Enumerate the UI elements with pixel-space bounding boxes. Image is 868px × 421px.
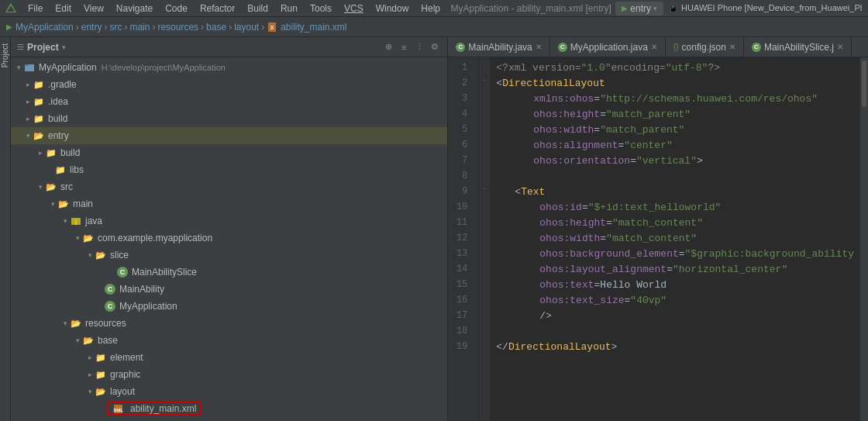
tree-slice[interactable]: 📂 slice — [11, 247, 447, 264]
tree-mainability[interactable]: C MainAbility — [11, 281, 447, 298]
tree-ability-main[interactable]: XML ability_main.xml — [11, 400, 447, 417]
ln-8: 8 — [448, 169, 472, 185]
arrow-mainability — [85, 285, 95, 294]
tree-layout[interactable]: 📂 layout — [11, 383, 447, 400]
arrow-entry-build — [36, 148, 45, 157]
java-icon-myapp: C — [104, 300, 116, 312]
tree-element[interactable]: 📁 element — [11, 349, 447, 366]
breadcrumb-myapplication[interactable]: MyApplication — [16, 22, 74, 33]
tree-label-mainabilityslice: MainAbilitySlice — [132, 267, 197, 278]
collapse-icon[interactable]: ≡ — [398, 41, 410, 53]
breadcrumb-layout[interactable]: layout — [234, 22, 259, 33]
tab-close-myapp[interactable]: ✕ — [651, 43, 657, 51]
menu-view[interactable]: View — [78, 0, 110, 16]
tree-path-myapplication: H:\develop\project\MyApplication — [102, 63, 226, 72]
fold-9[interactable]: – — [479, 181, 490, 197]
code-line-14: ohos:layout_alignment="horizontal_center… — [490, 262, 860, 278]
tab-close-mainabilityslice[interactable]: ✕ — [837, 43, 843, 51]
project-tab[interactable]: Project — [1, 40, 9, 71]
editor-scrollbar[interactable] — [860, 57, 868, 421]
run-config-dropdown[interactable]: ▶ entry ▾ — [615, 2, 663, 16]
ln-7: 7 — [448, 154, 472, 169]
tab-label-mainability: MainAbility.java — [468, 42, 532, 53]
tree-mainabilityslice[interactable]: C MainAbilitySlice — [11, 264, 447, 281]
code-line-19: </DirectionalLayout> — [490, 340, 860, 355]
menu-tools[interactable]: Tools — [304, 0, 338, 16]
code-line-15: ohos:text=Hello World — [490, 278, 860, 293]
breadcrumb-file-name[interactable]: ability_main.xml — [281, 22, 346, 33]
tree-label-entry-build: build — [60, 147, 80, 158]
tree-com[interactable]: 📂 com.example.myapplication — [11, 229, 447, 247]
tree-label-resources: resources — [85, 318, 126, 329]
tree-graphic[interactable]: 📁 graphic — [11, 366, 447, 383]
tab-close-mainability[interactable]: ✕ — [536, 43, 542, 51]
breadcrumb-src[interactable]: src — [109, 22, 122, 33]
arrow-element — [85, 353, 95, 362]
editor-tabs: C MainAbility.java ✕ C MyApplication.jav… — [448, 37, 868, 57]
selected-file-box: XML ability_main.xml — [107, 402, 201, 416]
menu-help[interactable]: Help — [415, 0, 446, 16]
tree-myapp-file[interactable]: C MyApplication — [11, 298, 447, 315]
breadcrumb-resources[interactable]: resources — [157, 22, 198, 33]
tab-config[interactable]: {} config.json ✕ — [666, 37, 744, 57]
menu-vcs[interactable]: VCS — [338, 0, 370, 16]
menu-refactor[interactable]: Refactor — [194, 0, 241, 16]
tab-close-config[interactable]: ✕ — [729, 43, 735, 51]
menu-run[interactable]: Run — [274, 0, 304, 16]
arrow-slice — [85, 250, 95, 260]
settings-icon[interactable]: ⚙ — [429, 41, 441, 53]
code-editor: 1 2 3 4 5 6 7 8 9 10 11 12 13 14 15 16 1… — [448, 57, 868, 421]
tab-mainabilityslice[interactable]: C MainAbilitySlice.j ✕ — [744, 37, 852, 57]
tree-media[interactable]: 📁 media — [11, 417, 447, 421]
arrow-mainabilityslice — [98, 267, 107, 277]
locate-icon[interactable]: ⊕ — [382, 41, 394, 53]
folder-icon-layout: 📂 — [95, 385, 107, 398]
tree-idea[interactable]: 📁 .idea — [11, 93, 447, 110]
tree-resources[interactable]: 📂 resources — [11, 315, 447, 332]
breadcrumb-entry[interactable]: entry — [81, 22, 102, 33]
breadcrumb-file: X ability_main.xml — [267, 22, 346, 33]
tree-gradle[interactable]: 📁 .gradle — [11, 76, 447, 93]
menu-navigate[interactable]: Navigate — [110, 0, 159, 16]
tree-base[interactable]: 📂 base — [11, 332, 447, 349]
tree-src[interactable]: 📂 src — [11, 178, 447, 195]
device-selector[interactable]: 📱 HUAWEI Phone [New_Device_from_Huawei_P… — [668, 3, 862, 13]
tree-label-com: com.example.myapplication — [98, 233, 212, 243]
sidebar: Project ☰ Project ▾ ⊕ ≡ ⋮ ⚙ — [0, 37, 448, 421]
tree-entry-build[interactable]: 📁 build — [11, 144, 447, 161]
main-layout: Project ☰ Project ▾ ⊕ ≡ ⋮ ⚙ — [0, 37, 868, 421]
arrow-main — [48, 199, 57, 209]
menu-code[interactable]: Code — [159, 0, 194, 16]
code-line-3: xmlns:ohos="http://schemas.huawei.com/re… — [490, 91, 860, 107]
tab-mainability[interactable]: C MainAbility.java ✕ — [448, 37, 549, 57]
arrow-entry — [23, 131, 33, 140]
line-numbers: 1 2 3 4 5 6 7 8 9 10 11 12 13 14 15 16 1… — [448, 57, 479, 421]
sidebar-header: ☰ Project ▾ ⊕ ≡ ⋮ ⚙ — [11, 37, 447, 57]
folder-icon-java: j — [70, 215, 82, 227]
tree-java[interactable]: j java — [11, 212, 447, 229]
menu-build[interactable]: Build — [241, 0, 274, 16]
expand-icon[interactable]: ⋮ — [413, 41, 425, 53]
folder-icon-element: 📁 — [95, 351, 107, 364]
menu-window[interactable]: Window — [370, 0, 415, 16]
breadcrumb-base[interactable]: base — [206, 22, 226, 33]
fold-2[interactable]: – — [479, 73, 490, 88]
menu-edit[interactable]: Edit — [49, 0, 78, 16]
tree-main[interactable]: 📂 main — [11, 195, 447, 212]
tab-myapp[interactable]: C MyApplication.java ✕ — [550, 37, 666, 57]
tree-build-root[interactable]: 📁 build — [11, 110, 447, 127]
tree-entry[interactable]: 📂 entry — [11, 127, 447, 144]
arrow-libs — [36, 165, 45, 174]
code-content[interactable]: <?xml version="1.0" encoding="utf-8"?> <… — [490, 57, 860, 421]
code-line-5: ohos:width="match_parent" — [490, 123, 860, 138]
svg-text:X: X — [270, 25, 274, 30]
tab-label-myapp: MyApplication.java — [570, 42, 648, 53]
tree-libs[interactable]: 📁 libs — [11, 161, 447, 178]
menu-file[interactable]: File — [22, 0, 49, 16]
code-line-11: ohos:height="match_content" — [490, 216, 860, 231]
tree-myapplication[interactable]: MyApplication H:\develop\project\MyAppli… — [11, 59, 447, 76]
tree-label-myapp-file: MyApplication — [119, 301, 177, 312]
app-logo — [3, 1, 19, 16]
folder-icon-idea: 📁 — [33, 95, 45, 108]
breadcrumb-main[interactable]: main — [129, 22, 150, 33]
